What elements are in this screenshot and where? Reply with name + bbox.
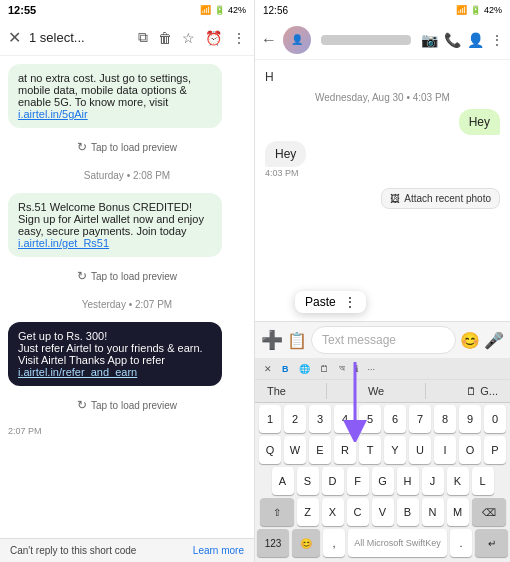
key-9[interactable]: 9 [459, 405, 481, 433]
load-preview-2[interactable]: ↻ Tap to load preview [8, 265, 246, 287]
suggestion-3[interactable]: 🗒 G... [460, 383, 504, 399]
key-w[interactable]: W [284, 436, 306, 464]
key-z[interactable]: Z [297, 498, 319, 526]
learn-more-button[interactable]: Learn more [193, 545, 244, 556]
keyboard-close-icon[interactable]: ✕ [261, 362, 275, 376]
key-t[interactable]: T [359, 436, 381, 464]
bottom-bar-text: Can't reply to this short code [10, 545, 136, 556]
add-icon[interactable]: ➕ [261, 329, 283, 351]
key-5[interactable]: 5 [359, 405, 381, 433]
key-period[interactable]: . [450, 529, 472, 557]
key-space[interactable]: All Microsoft SwiftKey [348, 529, 447, 557]
qwerty-row: Q W E R T Y U I O P [257, 436, 508, 464]
avatar-placeholder: 👤 [291, 34, 303, 45]
star-icon[interactable]: ☆ [182, 30, 195, 46]
key-j[interactable]: J [422, 467, 444, 495]
key-123[interactable]: 123 [257, 529, 289, 557]
key-e[interactable]: E [309, 436, 331, 464]
keyboard-suggestions: The We 🗒 G... [255, 380, 510, 403]
key-r[interactable]: R [334, 436, 356, 464]
key-backspace[interactable]: ⌫ [472, 498, 506, 526]
keyboard-bing-icon[interactable]: B [279, 362, 292, 376]
camera-icon[interactable]: 📷 [421, 32, 438, 48]
key-1[interactable]: 1 [259, 405, 281, 433]
key-f[interactable]: F [347, 467, 369, 495]
keyboard-globe-icon[interactable]: 🌐 [296, 362, 313, 376]
right-panel: 12:56 📶 🔋 42% ← 👤 📷 📞 👤 ⋮ H Wednesday, A… [255, 0, 510, 562]
key-shift[interactable]: ⇧ [260, 498, 294, 526]
key-l[interactable]: L [472, 467, 494, 495]
keyboard-area: ✕ B 🌐 🗒 অ ℹ ··· The We 🗒 G... 1 2 [255, 358, 510, 562]
key-7[interactable]: 7 [409, 405, 431, 433]
load-preview-3[interactable]: ↻ Tap to load preview [8, 394, 246, 416]
clipboard-icon[interactable]: 📋 [287, 331, 307, 350]
key-k[interactable]: K [447, 467, 469, 495]
key-v[interactable]: V [372, 498, 394, 526]
key-4[interactable]: 4 [334, 405, 356, 433]
key-enter[interactable]: ↵ [475, 529, 508, 557]
message-text-1: at no extra cost. Just go to settings, m… [18, 72, 191, 108]
paste-button[interactable]: Paste [305, 295, 336, 309]
key-s[interactable]: S [297, 467, 319, 495]
message-input-box[interactable]: Text message [311, 326, 456, 354]
right-status-bar: 12:56 📶 🔋 42% [255, 0, 510, 20]
load-preview-label-2: Tap to load preview [91, 271, 177, 282]
copy-icon[interactable]: ⧉ [138, 29, 148, 46]
key-o[interactable]: O [459, 436, 481, 464]
key-i[interactable]: I [434, 436, 456, 464]
paste-more-icon[interactable]: ⋮ [344, 295, 356, 309]
suggestion-2[interactable]: We [362, 383, 390, 399]
key-0[interactable]: 0 [484, 405, 506, 433]
message-link-2[interactable]: i.airtel.in/get_Rs51 [18, 237, 109, 249]
key-d[interactable]: D [322, 467, 344, 495]
key-3[interactable]: 3 [309, 405, 331, 433]
key-n[interactable]: N [422, 498, 444, 526]
keyboard-info-icon[interactable]: ℹ [352, 362, 361, 376]
add-contact-icon[interactable]: 👤 [467, 32, 484, 48]
left-status-bar: 12:55 📶 🔋 42% [0, 0, 254, 20]
bottom-row: 123 😊 , All Microsoft SwiftKey . ↵ [257, 529, 508, 557]
message-link-1[interactable]: i.airtel.in/5gAir [18, 108, 88, 120]
alarm-icon[interactable]: ⏰ [205, 30, 222, 46]
contact-name-blurred [321, 35, 411, 45]
key-b[interactable]: B [397, 498, 419, 526]
load-preview-1[interactable]: ↻ Tap to load preview [8, 136, 246, 158]
keyboard-lang-icon[interactable]: অ [336, 361, 348, 376]
attach-photo-button[interactable]: 🖼 Attach recent photo [381, 188, 500, 209]
close-button[interactable]: ✕ [8, 28, 21, 47]
key-a[interactable]: A [272, 467, 294, 495]
key-emoji[interactable]: 😊 [292, 529, 320, 557]
emoji-icon[interactable]: 😊 [460, 331, 480, 350]
key-m[interactable]: M [447, 498, 469, 526]
key-c[interactable]: C [347, 498, 369, 526]
key-h[interactable]: H [397, 467, 419, 495]
delete-icon[interactable]: 🗑 [158, 30, 172, 46]
chat-date: Wednesday, Aug 30 • 4:03 PM [265, 92, 500, 103]
suggestion-1[interactable]: The [261, 383, 292, 399]
key-x[interactable]: X [322, 498, 344, 526]
left-time: 12:55 [8, 4, 36, 16]
message-placeholder: Text message [322, 333, 396, 347]
key-8[interactable]: 8 [434, 405, 456, 433]
keyboard-more-icon[interactable]: ··· [365, 362, 379, 376]
key-p[interactable]: P [484, 436, 506, 464]
key-q[interactable]: Q [259, 436, 281, 464]
key-2[interactable]: 2 [284, 405, 306, 433]
back-button[interactable]: ← [261, 31, 277, 49]
keyboard-note-icon[interactable]: 🗒 [317, 362, 332, 376]
key-u[interactable]: U [409, 436, 431, 464]
key-y[interactable]: Y [384, 436, 406, 464]
load-preview-label-3: Tap to load preview [91, 400, 177, 411]
call-icon[interactable]: 📞 [444, 32, 461, 48]
key-6[interactable]: 6 [384, 405, 406, 433]
right-more-icon[interactable]: ⋮ [490, 32, 504, 48]
key-g[interactable]: G [372, 467, 394, 495]
suggestion-divider-2 [425, 383, 426, 399]
key-comma[interactable]: , [323, 529, 345, 557]
right-signal-icon: 📶 [456, 5, 467, 15]
attach-photo-label: Attach recent photo [404, 193, 491, 204]
more-icon[interactable]: ⋮ [232, 30, 246, 46]
photo-icon: 🖼 [390, 193, 400, 204]
mic-icon[interactable]: 🎤 [484, 331, 504, 350]
message-link-3[interactable]: i.airtel.in/refer_and_earn [18, 366, 137, 378]
